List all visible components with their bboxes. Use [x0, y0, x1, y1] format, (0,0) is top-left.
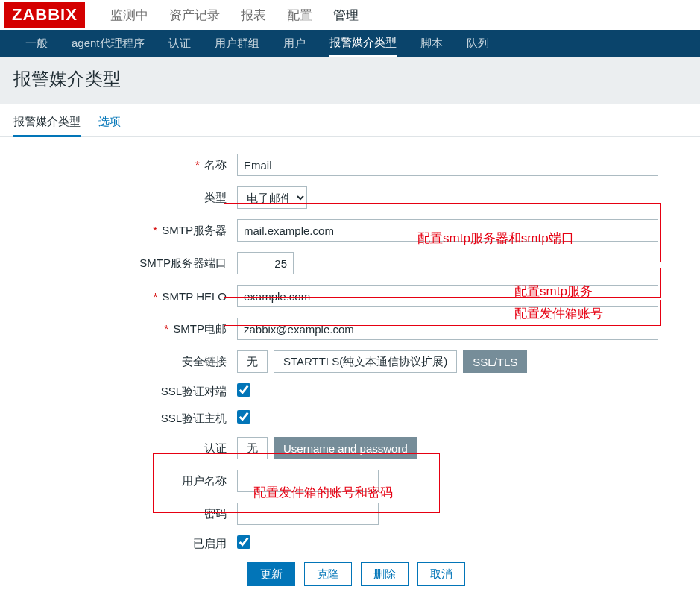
page-title: 报警媒介类型	[13, 67, 687, 91]
subnav-auth[interactable]: 认证	[168, 30, 191, 57]
label-name: 名称	[204, 158, 227, 171]
input-smtp-helo[interactable]	[237, 285, 658, 307]
subnav-general[interactable]: 一般	[25, 30, 48, 57]
auth-userpass[interactable]: Username and password	[274, 437, 417, 459]
cancel-button[interactable]: 取消	[417, 562, 465, 586]
select-type[interactable]: 电子邮件	[237, 186, 307, 209]
checkbox-enabled[interactable]	[237, 535, 250, 549]
label-smtp-port: SMTP服务器端口	[139, 256, 227, 269]
security-ssltls[interactable]: SSL/TLS	[463, 350, 527, 373]
label-ssl-peer: SSL验证对端	[161, 385, 227, 397]
topnav-monitoring[interactable]: 监测中	[110, 0, 148, 30]
tab-options[interactable]: 选项	[98, 115, 121, 136]
label-type: 类型	[204, 191, 227, 204]
tabs: 报警媒介类型 选项	[0, 104, 700, 137]
subnav-proxies[interactable]: agent代理程序	[72, 30, 145, 57]
logo: ZABBIX	[4, 2, 85, 28]
label-auth: 认证	[204, 441, 227, 454]
security-none[interactable]: 无	[237, 350, 268, 373]
update-button[interactable]: 更新	[247, 562, 295, 586]
subnav-scripts[interactable]: 脚本	[420, 30, 443, 57]
topnav-config[interactable]: 配置	[287, 0, 312, 30]
subnav-users[interactable]: 用户	[283, 30, 306, 57]
media-type-form: * 名称 类型 电子邮件 * SMTP服务器 SMTP服务器端口 * SMTP …	[0, 137, 700, 598]
tab-mediatype[interactable]: 报警媒介类型	[13, 115, 81, 137]
label-security: 安全链接	[182, 355, 227, 368]
topnav-admin[interactable]: 管理	[333, 0, 359, 30]
topnav-inventory[interactable]: 资产记录	[169, 0, 220, 30]
top-nav: ZABBIX 监测中 资产记录 报表 配置 管理	[0, 0, 700, 30]
delete-button[interactable]: 删除	[361, 562, 409, 586]
input-name[interactable]	[237, 154, 658, 176]
topnav-reports[interactable]: 报表	[241, 0, 266, 30]
label-enabled: 已启用	[193, 537, 227, 550]
input-password[interactable]	[237, 503, 379, 525]
label-username: 用户名称	[182, 474, 227, 487]
input-smtp-server[interactable]	[237, 219, 658, 242]
checkbox-ssl-host[interactable]	[237, 410, 250, 424]
checkbox-ssl-peer[interactable]	[237, 383, 250, 397]
subnav-queue[interactable]: 队列	[467, 30, 489, 57]
label-smtp-email: SMTP电邮	[173, 322, 227, 335]
subnav-usergroups[interactable]: 用户群组	[215, 30, 259, 57]
clone-button[interactable]: 克隆	[304, 562, 352, 586]
page-header: 报警媒介类型	[0, 57, 700, 104]
security-starttls[interactable]: STARTTLS(纯文本通信协议扩展)	[274, 350, 457, 373]
label-smtp-server: SMTP服务器	[162, 224, 227, 236]
label-password: 密码	[204, 507, 227, 520]
input-smtp-email[interactable]	[237, 318, 658, 340]
auth-none[interactable]: 无	[237, 437, 268, 459]
input-username[interactable]	[237, 470, 379, 492]
label-ssl-host: SSL验证主机	[161, 412, 227, 424]
input-smtp-port[interactable]	[237, 252, 294, 274]
label-smtp-helo: SMTP HELO	[163, 290, 227, 303]
